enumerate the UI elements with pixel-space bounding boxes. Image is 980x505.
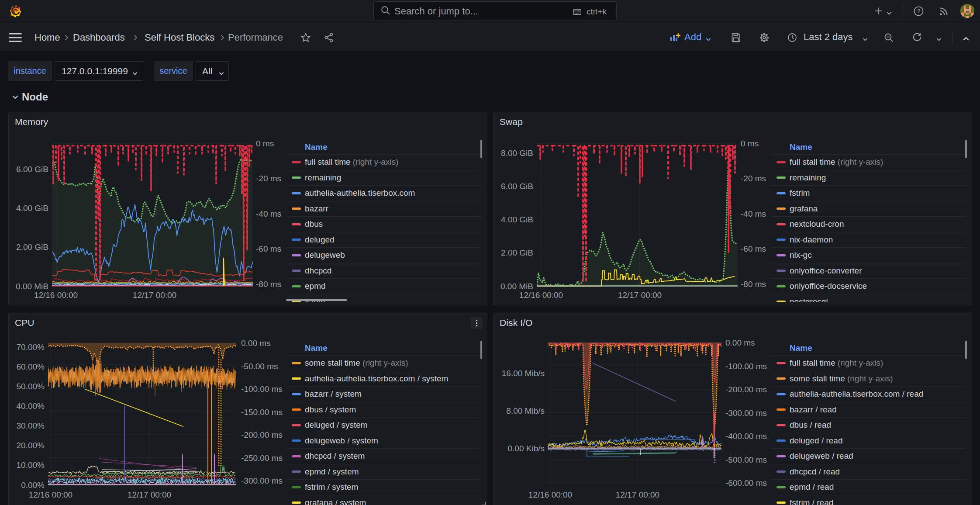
svg-text:40.00%: 40.00% (17, 401, 45, 411)
svg-text:-200.00 ms: -200.00 ms (725, 385, 767, 394)
svg-text:-300.00 ms: -300.00 ms (241, 476, 283, 485)
svg-text:-50.00 ms: -50.00 ms (241, 362, 278, 371)
svg-text:30.00%: 30.00% (17, 421, 45, 430)
svg-text:0.00 Kib/s: 0.00 Kib/s (508, 444, 545, 453)
svg-text:8.00 Mib/s: 8.00 Mib/s (506, 406, 545, 415)
svg-text:12/16 00:00: 12/16 00:00 (29, 490, 72, 499)
svg-text:-600.00 ms: -600.00 ms (725, 478, 767, 488)
svg-text:-60 ms: -60 ms (256, 244, 281, 253)
svg-text:12/16 00:00: 12/16 00:00 (34, 291, 78, 300)
svg-text:0 ms: 0 ms (741, 139, 759, 148)
svg-text:-80 ms: -80 ms (741, 280, 766, 289)
svg-text:4.00 GiB: 4.00 GiB (501, 215, 533, 224)
svg-text:12/17 00:00: 12/17 00:00 (618, 291, 662, 300)
svg-text:10.00%: 10.00% (17, 460, 45, 470)
svg-text:12/16 00:00: 12/16 00:00 (528, 490, 572, 499)
svg-text:-20 ms: -20 ms (256, 174, 281, 183)
svg-text:0.00 ms: 0.00 ms (725, 338, 755, 347)
svg-text:-300.00 ms: -300.00 ms (725, 408, 767, 418)
svg-text:6.00 GiB: 6.00 GiB (16, 165, 48, 174)
svg-text:-40 ms: -40 ms (741, 209, 766, 218)
svg-text:8.00 GiB: 8.00 GiB (501, 149, 533, 158)
svg-text:20.00%: 20.00% (17, 441, 45, 450)
svg-text:-500.00 ms: -500.00 ms (725, 455, 767, 464)
svg-text:12/17 00:00: 12/17 00:00 (616, 490, 659, 499)
svg-text:-60 ms: -60 ms (741, 244, 766, 253)
svg-text:0.00 MiB: 0.00 MiB (16, 282, 48, 291)
svg-text:-20 ms: -20 ms (741, 174, 766, 183)
svg-text:2.00 GiB: 2.00 GiB (501, 248, 533, 257)
svg-text:-150.00 ms: -150.00 ms (241, 408, 283, 417)
svg-text:-400.00 ms: -400.00 ms (725, 432, 767, 441)
svg-text:12/16 00:00: 12/16 00:00 (519, 291, 563, 300)
svg-text:6.00 GiB: 6.00 GiB (501, 182, 533, 191)
svg-text:16.00 Mib/s: 16.00 Mib/s (502, 369, 545, 378)
svg-text:60.00%: 60.00% (17, 362, 45, 371)
svg-text:0 ms: 0 ms (256, 139, 274, 148)
svg-text:-100.00 ms: -100.00 ms (725, 362, 767, 371)
svg-text:-40 ms: -40 ms (256, 209, 281, 218)
svg-text:-200.00 ms: -200.00 ms (241, 430, 283, 439)
svg-text:0.00 MiB: 0.00 MiB (500, 282, 533, 291)
svg-text:2.00 GiB: 2.00 GiB (16, 242, 48, 252)
svg-text:0.00 ms: 0.00 ms (241, 339, 271, 348)
svg-text:70.00%: 70.00% (17, 342, 45, 352)
svg-text:4.00 GiB: 4.00 GiB (16, 204, 48, 213)
svg-text:50.00%: 50.00% (17, 382, 45, 391)
svg-text:12/17 00:00: 12/17 00:00 (128, 490, 171, 499)
svg-text:-100.00 ms: -100.00 ms (241, 384, 283, 394)
svg-text:-250.00 ms: -250.00 ms (241, 453, 283, 463)
svg-text:-80 ms: -80 ms (256, 280, 281, 289)
svg-text:12/17 00:00: 12/17 00:00 (133, 291, 176, 300)
svg-text:?: ? (917, 8, 920, 14)
svg-text:0.00%: 0.00% (21, 481, 45, 490)
